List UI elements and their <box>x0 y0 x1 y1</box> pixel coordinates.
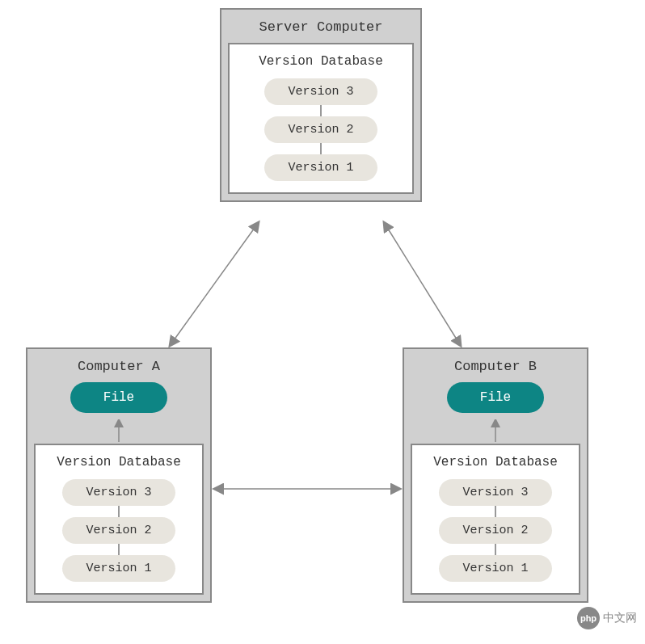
computer-a-db-box: Version Database Version 3 Version 2 Ver… <box>34 444 204 595</box>
version-pill: Version 1 <box>62 555 175 582</box>
version-pill: Version 2 <box>439 517 552 544</box>
svg-line-2 <box>170 222 259 346</box>
computer-a-title: Computer A <box>34 356 204 382</box>
computer-b-box: Computer B File Version Database Version… <box>403 347 588 603</box>
version-pill: Version 1 <box>264 154 377 181</box>
server-title: Server Computer <box>228 16 414 43</box>
arrow-up-icon <box>111 419 127 444</box>
version-pill: Version 3 <box>62 479 175 506</box>
arrow-up-icon <box>487 419 504 444</box>
connector-line <box>495 544 496 555</box>
watermark: php 中文网 <box>577 607 637 629</box>
computer-a-box: Computer A File Version Database Version… <box>26 347 212 603</box>
server-db-box: Version Database Version 3 Version 2 Ver… <box>228 43 414 194</box>
computer-a-db-title: Version Database <box>45 453 192 479</box>
version-pill: Version 1 <box>439 555 552 582</box>
connector-line <box>118 506 120 517</box>
computer-b-db-box: Version Database Version 3 Version 2 Ver… <box>411 444 580 595</box>
watermark-text: 中文网 <box>603 611 637 625</box>
computer-b-title: Computer B <box>411 356 580 382</box>
file-pill: File <box>447 382 544 413</box>
server-computer-box: Server Computer Version Database Version… <box>220 8 422 202</box>
file-pill: File <box>70 382 167 413</box>
connector-line <box>320 143 322 154</box>
connector-line <box>118 544 120 555</box>
connector-line <box>495 506 496 517</box>
svg-line-3 <box>384 222 461 346</box>
computer-b-db-title: Version Database <box>422 453 569 479</box>
watermark-logo-icon: php <box>577 607 600 629</box>
connector-line <box>320 105 322 116</box>
version-pill: Version 3 <box>439 479 552 506</box>
version-pill: Version 2 <box>264 116 377 143</box>
server-db-title: Version Database <box>239 53 403 78</box>
version-pill: Version 3 <box>264 78 377 105</box>
version-pill: Version 2 <box>62 517 175 544</box>
